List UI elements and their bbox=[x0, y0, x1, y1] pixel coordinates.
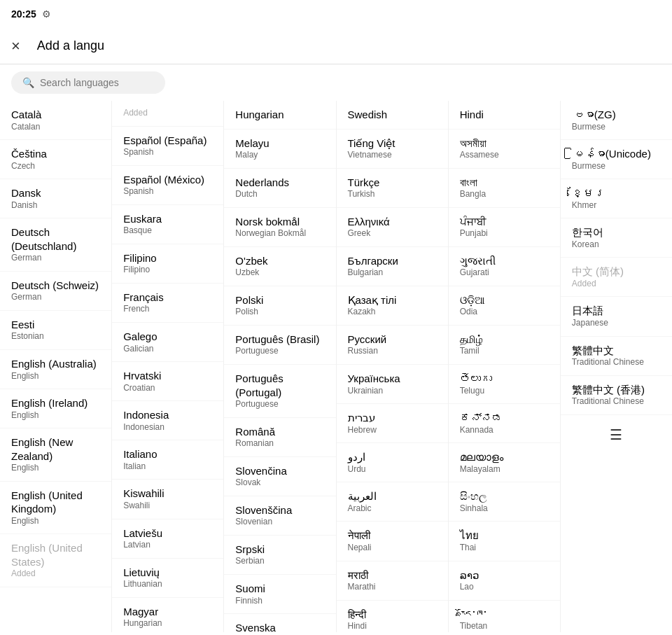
list-item[interactable]: TürkçeTurkish bbox=[337, 169, 448, 208]
list-item[interactable]: English (New Zealand)English bbox=[0, 428, 111, 482]
list-item[interactable]: NederlandsDutch bbox=[224, 169, 335, 208]
list-item[interactable]: नेपालीNepali bbox=[337, 522, 448, 561]
list-item[interactable]: ไทยThai bbox=[449, 522, 560, 561]
list-item[interactable]: සිංහලSinhala bbox=[449, 482, 560, 522]
list-item[interactable]: العربيةArabic bbox=[337, 482, 448, 522]
list-item[interactable]: ગુજરાતીGujarati bbox=[449, 247, 560, 286]
language-english-name: Greek bbox=[348, 228, 437, 239]
list-item[interactable]: EestiEstonian bbox=[0, 311, 111, 350]
gear-icon[interactable]: ⚙ bbox=[42, 8, 51, 20]
list-item[interactable]: Hungarian bbox=[224, 101, 335, 130]
list-item[interactable]: УкраїнськаUkrainian bbox=[337, 365, 448, 404]
list-item[interactable]: తెలుగుTelugu bbox=[449, 365, 560, 404]
menu-icon[interactable]: ☰ bbox=[561, 415, 672, 454]
list-item[interactable]: עבריתHebrew bbox=[337, 404, 448, 443]
list-item[interactable]: English (United Kingdom)English bbox=[0, 482, 111, 535]
list-item[interactable]: LatviešuLatvian bbox=[112, 519, 223, 559]
list-item[interactable]: മലയാളംMalayalam bbox=[449, 443, 560, 482]
list-item[interactable]: Deutsch (Deutschland)German bbox=[0, 218, 111, 272]
list-item[interactable]: IndonesiaIndonesian bbox=[112, 401, 223, 440]
list-item[interactable]: SrpskiSerbian bbox=[224, 536, 335, 575]
list-item[interactable]: O'zbekUzbek bbox=[224, 247, 335, 286]
language-native-name: Español (España) bbox=[123, 134, 212, 148]
list-item[interactable]: Hindi bbox=[449, 101, 560, 130]
list-item[interactable]: ΕλληνικάGreek bbox=[337, 208, 448, 247]
close-button[interactable]: × bbox=[11, 39, 20, 54]
list-item[interactable]: मराठीMarathi bbox=[337, 561, 448, 601]
list-item[interactable]: ČeštinaCzech bbox=[0, 140, 111, 179]
language-native-name: Euskara bbox=[123, 212, 212, 226]
list-item[interactable]: English (Ireland)English bbox=[0, 389, 111, 428]
list-item[interactable]: Tiếng ViệtVietnamese bbox=[337, 130, 448, 169]
list-item[interactable]: MelayuMalay bbox=[224, 130, 335, 169]
list-item[interactable]: Қазақ тіліKazakh bbox=[337, 286, 448, 326]
list-item[interactable]: हिन्दीHindi bbox=[337, 601, 448, 632]
list-item[interactable]: اردوUrdu bbox=[337, 443, 448, 482]
list-item[interactable]: EuskaraBasque bbox=[112, 205, 223, 244]
list-item[interactable]: БългарскиBulgarian bbox=[337, 247, 448, 286]
list-item[interactable]: Deutsch (Schweiz)German bbox=[0, 272, 111, 311]
list-item[interactable]: தமிழ்Tamil bbox=[449, 326, 560, 365]
search-input[interactable] bbox=[40, 77, 154, 88]
list-item[interactable]: FrançaisFrench bbox=[112, 284, 223, 323]
language-native-name: Ελληνικά bbox=[348, 215, 437, 229]
language-native-name: Suomi bbox=[235, 582, 324, 596]
list-item[interactable]: ລາວLao bbox=[449, 561, 560, 601]
list-item[interactable]: DanskDanish bbox=[0, 179, 111, 218]
language-english-name: Burmese bbox=[572, 122, 661, 133]
list-item[interactable]: HrvatskiCroatian bbox=[112, 362, 223, 401]
list-item[interactable]: ខ្មែរKhmer bbox=[561, 179, 672, 218]
language-native-name: తెలుగు bbox=[460, 372, 549, 386]
list-item[interactable]: ਪੰਜਾਬੀPunjabi bbox=[449, 208, 560, 247]
list-item[interactable]: Português (Portugal)Portuguese bbox=[224, 365, 335, 418]
list-item[interactable]: RomânăRomanian bbox=[224, 418, 335, 457]
list-item[interactable]: CatalàCatalan bbox=[0, 101, 111, 140]
list-item[interactable]: 한국어Korean bbox=[561, 218, 672, 258]
language-english-name: Spanish bbox=[123, 147, 212, 158]
language-native-name: Deutsch (Schweiz) bbox=[11, 279, 100, 293]
language-native-name: Português (Portugal) bbox=[235, 372, 324, 399]
list-item[interactable]: LietuviųLithuanian bbox=[112, 559, 223, 598]
list-item[interactable]: ଓଡ଼ିଆOdia bbox=[449, 286, 560, 326]
list-item[interactable]: 繁體中文Traditional Chinese bbox=[561, 337, 672, 376]
language-english-name: Burmese bbox=[572, 161, 661, 172]
language-english-name: Galician bbox=[123, 344, 212, 355]
language-list: CatalàCatalanČeštinaCzechDanskDanishDeut… bbox=[0, 101, 672, 632]
list-item[interactable]: KiswahiliSwahili bbox=[112, 480, 223, 519]
list-item[interactable]: SuomiFinnish bbox=[224, 575, 335, 614]
list-item[interactable]: ItalianoItalian bbox=[112, 440, 223, 480]
list-item[interactable]: ဗမာ(ZG)Burmese bbox=[561, 101, 672, 140]
language-native-name: Français bbox=[123, 291, 212, 305]
language-english-name: Catalan bbox=[11, 122, 100, 133]
language-english-name: Indonesian bbox=[123, 422, 212, 433]
list-item[interactable]: Español (México)Spanish bbox=[112, 166, 223, 205]
list-item[interactable]: MagyarHungarian bbox=[112, 598, 223, 632]
list-item[interactable]: မြန်မာ(Unicode)Burmese bbox=[561, 140, 672, 179]
list-item[interactable]: SvenskaSwedish bbox=[224, 614, 335, 632]
list-item[interactable]: PolskiPolish bbox=[224, 286, 335, 326]
language-native-name: ខ្មែរ bbox=[572, 186, 661, 200]
list-item[interactable]: РусскийRussian bbox=[337, 326, 448, 365]
language-native-name: Swedish bbox=[348, 108, 437, 122]
list-item[interactable]: Español (España)Spanish bbox=[112, 127, 223, 166]
list-item[interactable]: 日本語Japanese bbox=[561, 297, 672, 336]
list-item[interactable]: বাংলাBangla bbox=[449, 169, 560, 208]
list-item[interactable]: ಕನ್ನಡKannada bbox=[449, 404, 560, 443]
list-item[interactable]: অসমীয়াAssamese bbox=[449, 130, 560, 169]
language-english-name: Added bbox=[11, 568, 100, 580]
language-english-name: German bbox=[11, 292, 100, 303]
list-item[interactable]: Swedish bbox=[337, 101, 448, 130]
language-english-name: Gujarati bbox=[460, 267, 549, 279]
list-item[interactable]: English (Australia)English bbox=[0, 350, 111, 389]
list-item[interactable]: Português (Brasil)Portuguese bbox=[224, 326, 335, 365]
list-item[interactable]: རྫོང་ཁ་Tibetan bbox=[449, 601, 560, 632]
list-item[interactable]: GalegoGalician bbox=[112, 323, 223, 362]
language-native-name: 日本語 bbox=[572, 304, 661, 318]
language-native-name: ไทย bbox=[460, 529, 549, 543]
list-item[interactable]: SlovenščinaSlovenian bbox=[224, 496, 335, 536]
list-item[interactable]: FilipinoFilipino bbox=[112, 244, 223, 284]
list-item[interactable]: Norsk bokmålNorwegian Bokmål bbox=[224, 208, 335, 247]
list-item[interactable]: 繁體中文 (香港)Traditional Chinese bbox=[561, 376, 672, 415]
list-item: Added bbox=[112, 101, 223, 127]
list-item[interactable]: SlovenčinaSlovak bbox=[224, 457, 335, 496]
